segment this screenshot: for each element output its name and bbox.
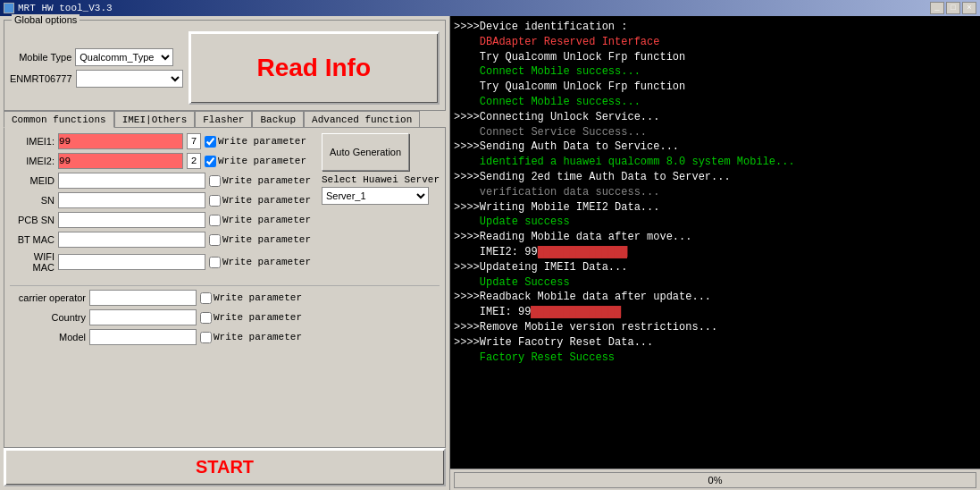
log-line: >>>>Connecting Unlock Service... — [454, 110, 976, 125]
imei1-label: IMEI1: — [10, 136, 54, 147]
sn-input[interactable] — [58, 192, 205, 208]
log-line: DBAdapter Reserved Interface — [454, 35, 976, 50]
progress-text: 0% — [708, 475, 723, 486]
meid-label: MEID — [10, 175, 54, 186]
log-line: Update Success — [454, 275, 976, 291]
log-line: >>>>Writing Mobile IMEI2 Data... — [454, 200, 976, 215]
app-icon — [4, 3, 14, 13]
maximize-button[interactable]: □ — [946, 2, 960, 14]
meid-row: MEID Write parameter — [10, 173, 318, 189]
tab-content: IMEI1: Write parameter IMEI2: — [4, 127, 446, 448]
server-select[interactable]: Server_1 Server_2 — [322, 187, 429, 205]
tab-advanced[interactable]: Advanced function — [304, 111, 420, 127]
pcbsn-row: PCB SN Write parameter — [10, 212, 318, 228]
log-line: >>>>Updateing IMEI1 Data... — [454, 260, 976, 275]
carrier-write-param[interactable]: Write parameter — [200, 292, 302, 304]
model-label: Model — [10, 332, 86, 342]
tab-imei-others[interactable]: IMEI|Others — [114, 111, 196, 127]
country-row: Country Write parameter — [10, 309, 440, 325]
read-info-button[interactable]: Read Info — [188, 31, 440, 105]
wifimac-write-param[interactable]: Write parameter — [209, 257, 311, 268]
model-row: Model Write parameter — [10, 329, 440, 345]
model-input[interactable] — [89, 329, 197, 345]
mobile-type-label: Mobile Type — [19, 52, 71, 63]
log-line: Try Qualcomm Unlock Frp function — [454, 50, 976, 65]
log-area[interactable]: >>>>Device identification : DBAdapter Re… — [450, 16, 980, 469]
imei1-input[interactable] — [58, 133, 183, 149]
btmac-write-param[interactable]: Write parameter — [209, 234, 311, 246]
tab-common-functions[interactable]: Common functions — [4, 111, 114, 128]
imei2-label: IMEI2: — [10, 156, 54, 166]
log-line: verification data success... — [454, 185, 976, 200]
bottom-form: carrier operator Write parameter Country — [10, 285, 440, 345]
progress-bar: 0% — [454, 472, 976, 488]
btmac-input[interactable] — [58, 232, 205, 248]
imei1-row: IMEI1: Write parameter — [10, 133, 318, 149]
sn-write-param[interactable]: Write parameter — [209, 195, 311, 207]
log-line: Update success — [454, 215, 976, 230]
wifimac-row: WIFI MAC Write parameter — [10, 251, 318, 273]
log-line: identified a huawei qualcomm 8.0 system … — [454, 155, 976, 170]
auto-generation-button[interactable]: Auto Generation — [322, 133, 409, 171]
log-line: Connect Mobile success... — [454, 64, 976, 80]
wifimac-label: WIFI MAC — [10, 251, 54, 273]
log-line: >>>>Sending 2ed time Auth Data to Server… — [454, 170, 976, 185]
enmrt-select[interactable] — [76, 70, 183, 88]
wifimac-input[interactable] — [58, 254, 205, 270]
window-controls[interactable]: _ □ × — [930, 2, 976, 14]
log-line: IMEI2: 99██████████████ — [454, 245, 976, 260]
imei2-suffix[interactable] — [187, 153, 201, 169]
left-panel: Global options Mobile Type Qualcomm_Type… — [0, 16, 449, 490]
sn-row: SN Write parameter — [10, 192, 318, 208]
pcbsn-write-param[interactable]: Write parameter — [209, 215, 311, 226]
server-section: Select Huawei Server Server_1 Server_2 — [322, 174, 440, 205]
btmac-row: BT MAC Write parameter — [10, 232, 318, 248]
read-info-label: Read Info — [256, 54, 371, 82]
right-panel: >>>>Device identification : DBAdapter Re… — [449, 16, 980, 490]
imei-right-panel: Auto Generation Select Huawei Server Ser… — [322, 133, 440, 276]
start-button[interactable]: START — [4, 448, 446, 486]
imei1-write-param[interactable]: Write parameter — [205, 136, 306, 148]
close-button[interactable]: × — [962, 2, 976, 14]
title-bar: MRT HW tool_V3.3 _ □ × — [0, 0, 980, 16]
global-options-group: Global options Mobile Type Qualcomm_Type… — [4, 20, 446, 111]
imei1-suffix[interactable] — [187, 133, 201, 149]
country-input[interactable] — [89, 309, 197, 325]
meid-write-param[interactable]: Write parameter — [209, 175, 311, 187]
log-line: Connect Mobile success... — [454, 95, 976, 110]
log-line: IMEI: 99██████████████ — [454, 305, 976, 320]
country-label: Country — [10, 312, 86, 323]
app-title: MRT HW tool_V3.3 — [18, 3, 113, 13]
log-line: Try Qualcomm Unlock Frp function — [454, 80, 976, 95]
log-line: Connect Service Success... — [454, 125, 976, 140]
tabs: Common functions IMEI|Others Flasher Bac… — [4, 111, 446, 127]
tab-flasher[interactable]: Flasher — [195, 111, 252, 127]
meid-input[interactable] — [58, 173, 205, 189]
imei2-write-param[interactable]: Write parameter — [205, 156, 306, 167]
carrier-input[interactable] — [89, 290, 197, 306]
server-label: Select Huawei Server — [322, 174, 440, 185]
minimize-button[interactable]: _ — [930, 2, 944, 14]
log-line: >>>>Remove Mobile version restrictions..… — [454, 320, 976, 335]
pcbsn-input[interactable] — [58, 212, 205, 228]
sn-label: SN — [10, 195, 54, 206]
carrier-label: carrier operator — [10, 292, 86, 303]
global-options-label: Global options — [12, 14, 80, 25]
model-write-param[interactable]: Write parameter — [200, 332, 302, 343]
log-line: Factory Reset Success — [454, 351, 976, 366]
pcbsn-label: PCB SN — [10, 215, 54, 225]
log-line: >>>>Write Facotry Reset Data... — [454, 335, 976, 351]
log-line: >>>>Readback Mobile data after update... — [454, 290, 976, 305]
tab-backup[interactable]: Backup — [252, 111, 304, 127]
imei2-input[interactable] — [58, 153, 183, 169]
log-line: >>>>Reading Mobile data after move... — [454, 230, 976, 245]
progress-area: 0% — [450, 469, 980, 490]
log-line: >>>>Sending Auth Data to Service... — [454, 139, 976, 155]
enmrt-label: ENMRT06777 — [10, 73, 72, 84]
carrier-row: carrier operator Write parameter — [10, 290, 440, 306]
log-line: >>>>Device identification : — [454, 20, 976, 35]
btmac-label: BT MAC — [10, 234, 54, 245]
imei2-row: IMEI2: Write parameter — [10, 153, 318, 169]
country-write-param[interactable]: Write parameter — [200, 312, 302, 324]
mobile-type-select[interactable]: Qualcomm_Type MTK_Type Spreadtrum_Type — [75, 48, 173, 66]
